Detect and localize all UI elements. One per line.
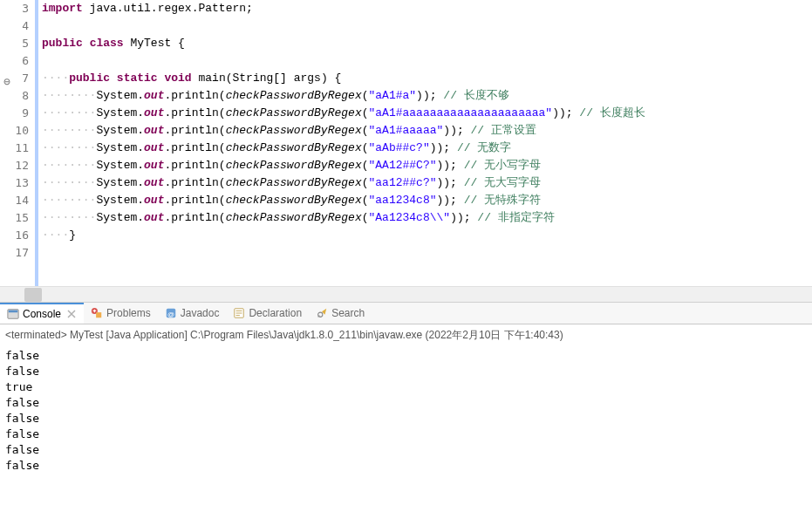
code-line[interactable]: public class MyTest { (42, 35, 812, 52)
tab-declaration[interactable]: Declaration (226, 303, 309, 324)
tab-label: Problems (106, 307, 151, 319)
line-number: 5 (0, 35, 34, 52)
console-line: false (5, 364, 807, 379)
svg-rect-1 (9, 311, 18, 313)
code-line[interactable]: ········System.out.println(checkPassword… (42, 122, 812, 140)
code-line[interactable]: ········System.out.println(checkPassword… (42, 192, 812, 209)
svg-text:@: @ (167, 311, 174, 318)
code-line[interactable]: ········System.out.println(checkPassword… (42, 209, 812, 227)
line-number: 16 (0, 227, 34, 244)
console-line: false (5, 395, 807, 411)
line-number: 6 (0, 52, 34, 70)
tab-problems[interactable]: Problems (84, 303, 158, 324)
console-line: false (5, 411, 807, 427)
terminated-label: <terminated> (5, 329, 67, 341)
editor-pane[interactable]: 3 4 5 6 ⊖7 8 9 10 11 12 13 14 15 16 17 i… (0, 0, 812, 286)
line-number: 8 (0, 87, 34, 105)
line-number: 15 (0, 209, 34, 227)
console-line: false (5, 442, 807, 458)
process-path: MyTest [Java Application] C:\Program Fil… (67, 329, 563, 341)
code-line[interactable] (42, 244, 812, 262)
console-line: false (5, 427, 807, 442)
console-process-info: <terminated> MyTest [Java Application] C… (0, 324, 812, 346)
tab-console[interactable]: Console (0, 303, 84, 324)
code-line[interactable]: ········System.out.println(checkPassword… (42, 105, 812, 122)
horizontal-scrollbar[interactable] (0, 286, 812, 302)
code-line[interactable]: ········System.out.println(checkPassword… (42, 157, 812, 174)
fold-toggle-icon[interactable]: ⊖ (2, 73, 10, 82)
code-area[interactable]: import java.util.regex.Pattern; public c… (38, 0, 812, 286)
console-line: false (5, 348, 807, 364)
code-line[interactable]: ········System.out.println(checkPassword… (42, 140, 812, 157)
line-number: 13 (0, 174, 34, 192)
code-line[interactable]: ····} (42, 227, 812, 244)
line-number[interactable]: ⊖7 (0, 70, 34, 87)
tab-label: Console (23, 308, 61, 320)
scrollbar-thumb[interactable] (24, 288, 42, 302)
search-icon (316, 307, 328, 319)
line-number: 9 (0, 105, 34, 122)
line-number: 3 (0, 0, 34, 17)
tab-label: Declaration (249, 307, 302, 319)
bottom-view-tabs: Console Problems @ Javadoc Declaration S… (0, 302, 812, 324)
line-number: 11 (0, 140, 34, 157)
code-line[interactable]: ········System.out.println(checkPassword… (42, 87, 812, 105)
code-line[interactable]: import java.util.regex.Pattern; (42, 0, 812, 17)
tab-javadoc[interactable]: @ Javadoc (158, 303, 227, 324)
line-number: 10 (0, 122, 34, 140)
svg-rect-3 (96, 312, 101, 317)
tab-search[interactable]: Search (309, 303, 372, 324)
code-line[interactable]: ········System.out.println(checkPassword… (42, 174, 812, 192)
line-gutter: 3 4 5 6 ⊖7 8 9 10 11 12 13 14 15 16 17 (0, 0, 35, 286)
console-output[interactable]: false false true false false false false… (0, 346, 812, 475)
line-number: 12 (0, 157, 34, 174)
code-line[interactable] (42, 52, 812, 70)
console-line: true (5, 379, 807, 395)
line-number: 14 (0, 192, 34, 209)
line-number: 17 (0, 244, 34, 262)
tab-label: Search (331, 307, 365, 319)
javadoc-icon: @ (165, 307, 177, 319)
console-line: false (5, 458, 807, 474)
console-icon (7, 308, 19, 320)
tab-label: Javadoc (181, 307, 220, 319)
code-line[interactable] (42, 17, 812, 35)
code-line[interactable]: ····public static void main(String[] arg… (42, 70, 812, 87)
declaration-icon (233, 307, 245, 319)
problems-icon (91, 307, 103, 319)
close-icon[interactable] (66, 309, 77, 319)
line-number: 4 (0, 17, 34, 35)
